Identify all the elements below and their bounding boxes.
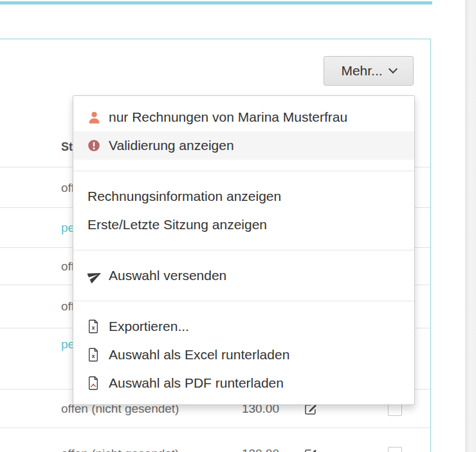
file-pdf-icon (87, 376, 103, 390)
file-excel-icon: x (87, 348, 103, 362)
user-icon (87, 111, 103, 124)
chevron-down-icon (389, 64, 398, 73)
top-accent-bar (0, 1, 432, 5)
svg-text:x: x (91, 325, 95, 331)
menu-item-first-last-session[interactable]: Erste/Letzte Sitzung anzeigen (73, 211, 414, 239)
svg-text:x: x (91, 353, 95, 359)
menu-item-filter-user[interactable]: nur Rechnungen von Marina Musterfrau (73, 103, 414, 131)
menu-item-download-pdf[interactable]: Auswahl als PDF runterladen (73, 369, 414, 397)
menu-item-label: Validierung anzeigen (109, 138, 234, 153)
menu-item-send-selection[interactable]: Auswahl versenden (73, 261, 414, 290)
more-button[interactable]: Mehr... (324, 56, 414, 86)
menu-item-label: Auswahl als Excel runterladen (109, 347, 289, 363)
menu-item-export[interactable]: x Exportieren... (73, 312, 414, 341)
row-checkbox[interactable] (388, 447, 402, 452)
menu-item-label: Erste/Letzte Sitzung anzeigen (87, 217, 267, 232)
menu-item-invoice-info[interactable]: Rechnungsinformation anzeigen (73, 182, 414, 211)
menu-item-label: Exportieren... (109, 319, 189, 334)
table-row: offen (nicht gesendet) 130.00 (0, 428, 430, 452)
menu-item-label: Rechnungsinformation anzeigen (87, 189, 281, 204)
scrollbar-track[interactable] (465, 0, 476, 452)
more-dropdown-menu: nur Rechnungen von Marina Musterfrau Val… (73, 95, 415, 405)
file-excel-icon: x (87, 319, 103, 334)
menu-divider (73, 250, 414, 250)
menu-item-label: nur Rechnungen von Marina Musterfrau (109, 109, 347, 125)
amount-cell: 130.00 (233, 447, 279, 452)
edit-pencil-icon[interactable] (304, 447, 318, 452)
menu-divider (73, 171, 414, 171)
menu-divider (73, 301, 414, 301)
menu-item-show-validation[interactable]: Validierung anzeigen (73, 131, 414, 160)
menu-item-download-excel[interactable]: x Auswahl als Excel runterladen (73, 341, 414, 369)
warning-circle-icon (87, 139, 103, 152)
menu-item-label: Auswahl versenden (109, 268, 226, 283)
send-icon (87, 268, 103, 283)
status-cell: offen (nicht gesendet) (61, 447, 179, 452)
menu-item-label: Auswahl als PDF runterladen (109, 375, 284, 391)
more-button-label: Mehr... (341, 63, 382, 79)
